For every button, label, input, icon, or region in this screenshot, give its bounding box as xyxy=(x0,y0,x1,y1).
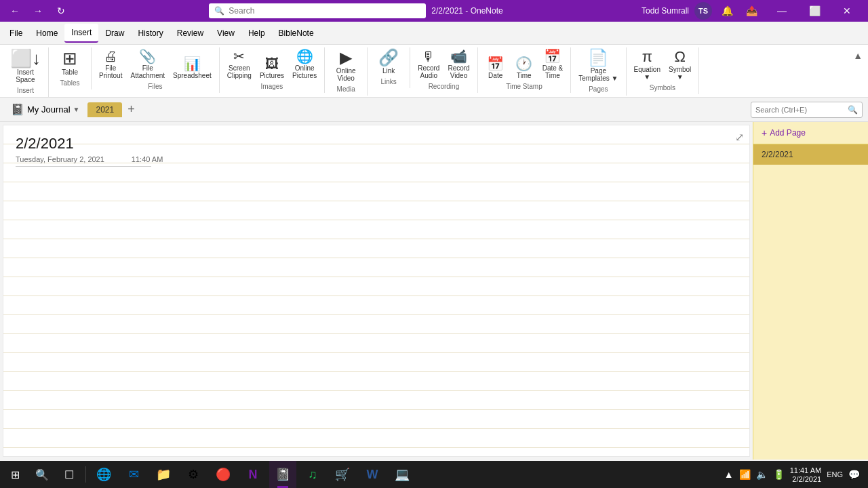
link-button[interactable]: 🔗 Link xyxy=(372,47,406,77)
section-tab-2021[interactable]: 2021 xyxy=(87,102,122,117)
add-section-button[interactable]: + xyxy=(125,102,138,117)
screen-clipping-button[interactable]: ✂ ScreenClipping xyxy=(224,47,255,81)
page-item[interactable]: 2/2/2021 xyxy=(753,144,868,165)
volume-icon[interactable]: 🔈 xyxy=(756,469,768,480)
chevron-up-icon[interactable]: ▲ xyxy=(724,469,734,480)
page-content[interactable]: 2/2/2021 Tuesday, February 2, 2021 11:40… xyxy=(3,125,750,457)
page-time: 11:40 AM xyxy=(132,155,163,163)
taskbar-app-explorer[interactable]: 📁 xyxy=(150,461,177,488)
back-button[interactable]: ← xyxy=(5,1,24,20)
notification-icon[interactable]: 💬 xyxy=(848,469,860,480)
restore-button[interactable]: ⬜ xyxy=(799,0,830,22)
equation-button[interactable]: π Equation▼ xyxy=(631,47,664,83)
screen-clipping-icon: ✂ xyxy=(233,49,245,63)
menu-review[interactable]: Review xyxy=(170,24,210,42)
taskbar-app-extra[interactable]: 💻 xyxy=(389,461,416,488)
forward-button[interactable]: → xyxy=(28,1,47,20)
search-input[interactable] xyxy=(229,6,420,16)
notebook-bar: 📓 My Journal ▼ 2021 + 🔍 xyxy=(0,98,868,122)
ribbon-group-timestamp-label: Time Stamp xyxy=(482,83,567,90)
ribbon-group-symbols-label: Symbols xyxy=(631,84,695,92)
search-icon: 🔍 xyxy=(214,6,224,16)
spreadsheet-button[interactable]: 📊 Spreadsheet xyxy=(170,55,215,81)
menu-view[interactable]: View xyxy=(210,24,241,42)
page-title: 2/2/2021 xyxy=(16,135,737,152)
ribbon-group-media: ▶ OnlineVideo Media xyxy=(325,47,368,96)
menu-history[interactable]: History xyxy=(131,24,170,42)
taskbar-app-word[interactable]: W xyxy=(359,461,386,488)
symbol-icon: Ω xyxy=(674,49,685,64)
menu-insert[interactable]: Insert xyxy=(64,24,98,43)
taskbar-app-spotify[interactable]: ♫ xyxy=(299,461,326,488)
date-time-button[interactable]: 📅 Date &Time xyxy=(539,47,567,81)
date-icon: 📅 xyxy=(487,57,504,70)
ribbon: ⬜↓ InsertSpace Insert ⊞ Table Tables 🖨 F… xyxy=(0,45,868,98)
date-button[interactable]: 📅 Date xyxy=(482,55,509,81)
taskbar-app-outlook[interactable]: ✉ xyxy=(120,461,147,488)
taskbar-right: ▲ 📶 🔈 🔋 11:41 AM 2/2/2021 ENG 💬 xyxy=(724,466,865,483)
link-icon: 🔗 xyxy=(378,49,399,66)
close-button[interactable]: ✕ xyxy=(831,0,863,22)
time-button[interactable]: 🕐 Time xyxy=(511,55,538,81)
record-video-button[interactable]: 📹 RecordVideo xyxy=(444,47,473,81)
taskbar-app-edge[interactable]: 🌐 xyxy=(90,461,117,488)
online-pictures-button[interactable]: 🌐 OnlinePictures xyxy=(289,47,320,81)
ribbon-collapse-button[interactable]: ▲ xyxy=(850,47,865,64)
ribbon-group-insert-label: Insert xyxy=(7,87,44,94)
equation-icon: π xyxy=(642,49,652,64)
ribbon-group-timestamp: 📅 Date 🕐 Time 📅 Date &Time Time Stamp xyxy=(478,47,572,93)
menu-help[interactable]: Help xyxy=(241,24,272,42)
record-audio-icon: 🎙 xyxy=(422,49,435,63)
file-printout-icon: 🖨 xyxy=(104,49,117,63)
taskbar-app-onenote[interactable]: N xyxy=(239,461,267,488)
user-avatar[interactable]: TS xyxy=(694,2,712,20)
record-audio-button[interactable]: 🎙 RecordAudio xyxy=(414,47,443,81)
menu-draw[interactable]: Draw xyxy=(98,24,131,42)
notebook-icon: 📓 xyxy=(11,103,24,116)
ribbon-group-pages: 📄 PageTemplates ▼ Pages xyxy=(571,47,626,96)
menu-home[interactable]: Home xyxy=(29,24,64,42)
symbol-button[interactable]: Ω Symbol▼ xyxy=(665,47,694,83)
insert-space-button[interactable]: ⬜↓ InsertSpace xyxy=(7,47,44,85)
search-taskbar-button[interactable]: 🔍 xyxy=(30,462,54,487)
history-button[interactable]: ↻ xyxy=(52,1,71,20)
page-templates-button[interactable]: 📄 PageTemplates ▼ xyxy=(575,47,621,84)
online-video-icon: ▶ xyxy=(340,49,352,66)
window-title: 2/2/2021 - OneNote xyxy=(431,6,502,16)
taskbar-app-settings[interactable]: ⚙ xyxy=(180,461,207,488)
ribbon-group-recording: 🎙 RecordAudio 📹 RecordVideo Recording xyxy=(410,47,478,93)
title-bar-left: ← → ↻ xyxy=(5,1,71,20)
taskbar-app-onenote-active[interactable]: 📓 xyxy=(269,461,296,488)
task-view-button[interactable]: ☐ xyxy=(57,462,81,487)
taskbar-app-store[interactable]: 🛒 xyxy=(329,461,356,488)
sidebar-search-input[interactable] xyxy=(755,106,845,114)
file-printout-button[interactable]: 🖨 FilePrintout xyxy=(96,47,125,81)
add-page-button[interactable]: + Add Page xyxy=(753,122,868,144)
file-attachment-button[interactable]: 📎 FileAttachment xyxy=(127,47,168,81)
date-time-icon: 📅 xyxy=(544,49,561,63)
taskbar-app-chrome[interactable]: 🔴 xyxy=(210,461,237,488)
share-icon[interactable]: 📤 xyxy=(742,1,761,20)
page-panel: + Add Page 2/2/2021 xyxy=(753,122,868,460)
title-bar-center: 🔍 2/2/2021 - OneNote xyxy=(209,3,502,18)
menu-bar: File Home Insert Draw History Review Vie… xyxy=(0,22,868,45)
menu-file[interactable]: File xyxy=(3,24,29,42)
minimize-button[interactable]: — xyxy=(766,0,797,22)
table-button[interactable]: ⊞ Table xyxy=(53,47,87,78)
taskbar: ⊞ 🔍 ☐ 🌐 ✉ 📁 ⚙ 🔴 N 📓 ♫ 🛒 W 💻 ▲ 📶 🔈 🔋 11:4… xyxy=(0,461,868,488)
title-bar: ← → ↻ 🔍 2/2/2021 - OneNote Todd Sumrall … xyxy=(0,0,868,22)
network-icon[interactable]: 📶 xyxy=(739,469,751,480)
language-indicator[interactable]: ENG xyxy=(827,470,843,479)
menu-biblenote[interactable]: BibleNote xyxy=(272,24,321,42)
add-page-label: Add Page xyxy=(770,128,806,138)
taskbar-separator-1 xyxy=(85,466,86,483)
online-video-button[interactable]: ▶ OnlineVideo xyxy=(329,47,363,84)
search-bar[interactable]: 🔍 xyxy=(209,3,426,18)
notebook-selector[interactable]: 📓 My Journal ▼ xyxy=(5,100,85,119)
pictures-button[interactable]: 🖼 Pictures xyxy=(256,55,288,81)
notifications-icon[interactable]: 🔔 xyxy=(717,1,736,20)
page-title-underline xyxy=(16,166,151,167)
file-attachment-icon: 📎 xyxy=(139,49,156,63)
start-button[interactable]: ⊞ xyxy=(3,462,27,487)
battery-icon[interactable]: 🔋 xyxy=(773,469,785,480)
